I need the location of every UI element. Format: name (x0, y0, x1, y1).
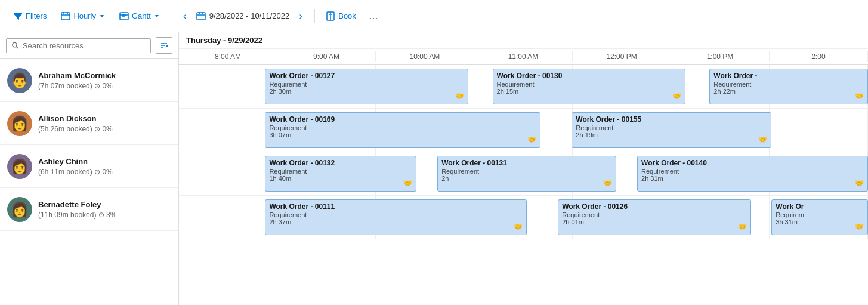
avatar: 👨 (7, 68, 32, 93)
resource-meta: (7h 07m booked) ⊙ 0% (38, 82, 171, 90)
wo-subtitle: Requirement (269, 211, 523, 218)
handshake-icon: 🤝 (455, 92, 464, 100)
wo-subtitle: Requirement (269, 124, 536, 131)
wo-title: Work Order - 00132 (269, 159, 412, 167)
time-slot-header: 8:00 AM (179, 51, 277, 62)
hourly-label: Hourly (73, 11, 96, 20)
wo-subtitle: Requirement (576, 124, 767, 131)
gantt-blocks-container: Work Order - 00127Requirement2h 30m🤝Work… (179, 65, 868, 108)
resource-item[interactable]: 👩Bernadette Foley(11h 09m booked) ⊙ 3% (0, 188, 178, 231)
work-order-block[interactable]: Work Order - 00132Requirement1h 40m🤝 (265, 156, 416, 192)
wo-duration: 2h 01m (562, 218, 746, 226)
work-order-block[interactable]: Work Order - 00155Requirement2h 19m🤝 (572, 112, 771, 148)
resource-info: Ashley Chinn(6h 11m booked) ⊙ 0% (38, 157, 171, 176)
work-order-block[interactable]: Work Order - 00111Requirement2h 37m🤝 (265, 199, 527, 235)
resource-info: Bernadette Foley(11h 09m booked) ⊙ 3% (38, 200, 171, 219)
time-slot-header: 11:00 AM (474, 51, 573, 62)
gantt-row: Work Order - 00169Requirement3h 07m🤝Work… (179, 109, 868, 152)
resource-list: 👨Abraham McCormick(7h 07m booked) ⊙ 0%👩A… (0, 59, 178, 305)
wo-subtitle: Requirement (269, 81, 464, 88)
gantt-grid: Work Order - 00132Requirement1h 40m🤝Work… (179, 152, 868, 195)
work-order-block[interactable]: Work Order - 00126Requirement2h 01m🤝 (558, 199, 750, 235)
gantt-area: Thursday - 9/29/2022 8:00 AM9:00 AM10:00… (179, 32, 868, 305)
time-slot-header: 10:00 AM (376, 51, 474, 62)
gantt-grid: Work Order - 00111Requirement2h 37m🤝Work… (179, 196, 868, 239)
work-order-block[interactable]: Work Order -Requirement2h 22m🤝 (709, 69, 868, 104)
resource-item[interactable]: 👩Allison Dickson(5h 26m booked) ⊙ 0% (0, 102, 178, 145)
grid-cell (770, 109, 868, 152)
gantt-grid: Work Order - 00169Requirement3h 07m🤝Work… (179, 109, 868, 152)
gantt-button[interactable]: Gantt (113, 8, 166, 24)
search-bar (0, 32, 178, 59)
avatar: 👩 (7, 154, 32, 179)
filter-icon (13, 11, 23, 21)
book-label: Book (338, 11, 356, 20)
gantt-date-title: Thursday - 9/29/2022 (179, 32, 868, 49)
filters-label: Filters (26, 11, 47, 20)
resource-name: Ashley Chinn (38, 157, 171, 166)
gantt-chevron-icon (154, 13, 160, 19)
grid-cell (179, 65, 277, 108)
work-order-block[interactable]: Work Order - 00140Requirement2h 31m🤝 (637, 156, 868, 192)
time-slot-header: 1:00 PM (671, 51, 770, 62)
search-input[interactable] (23, 41, 146, 50)
resource-info: Abraham McCormick(7h 07m booked) ⊙ 0% (38, 71, 171, 90)
gantt-grid: Work Order - 00127Requirement2h 30m🤝Work… (179, 65, 868, 108)
book-icon (326, 11, 335, 21)
handshake-icon: 🤝 (672, 92, 681, 100)
wo-subtitle: Requirem (776, 211, 864, 218)
svg-rect-0 (61, 13, 70, 20)
resource-item[interactable]: 👩Ashley Chinn(6h 11m booked) ⊙ 0% (0, 145, 178, 188)
work-order-block[interactable]: Work Order - 00130Requirement2h 15m🤝 (493, 69, 685, 104)
date-range-text: 9/28/2022 - 10/11/2022 (209, 11, 289, 20)
gantt-label: Gantt (132, 11, 151, 20)
prev-date-button[interactable]: ‹ (176, 7, 194, 25)
wo-subtitle: Requirement (713, 81, 864, 88)
grid-cell (179, 196, 277, 239)
resource-name: Allison Dickson (38, 114, 171, 123)
resource-meta: (6h 11m booked) ⊙ 0% (38, 168, 171, 176)
handshake-icon: 🤝 (527, 135, 536, 144)
wo-subtitle: Requirement (641, 168, 864, 175)
svg-line-17 (17, 47, 18, 48)
wo-subtitle: Requirement (441, 168, 612, 175)
wo-duration: 1h 40m (269, 175, 412, 182)
gantt-row: Work Order - 00127Requirement2h 30m🤝Work… (179, 65, 868, 109)
search-icon (11, 41, 19, 50)
book-button[interactable]: Book (320, 8, 362, 24)
handshake-icon: 🤝 (758, 135, 767, 144)
wo-title: Work Order - 00169 (269, 115, 536, 124)
hourly-button[interactable]: Hourly (55, 8, 111, 24)
wo-subtitle: Requirement (497, 81, 681, 88)
wo-title: Work Order - 00131 (441, 159, 612, 167)
sort-button[interactable] (156, 37, 172, 54)
gantt-header: Thursday - 9/29/2022 8:00 AM9:00 AM10:00… (179, 32, 868, 65)
hourly-chevron-icon (99, 13, 105, 19)
more-label: ... (369, 10, 378, 22)
wo-duration: 3h 07m (269, 131, 536, 138)
resource-item[interactable]: 👨Abraham McCormick(7h 07m booked) ⊙ 0% (0, 59, 178, 102)
gantt-blocks-container: Work Order - 00132Requirement1h 40m🤝Work… (179, 152, 868, 195)
wo-duration: 2h 37m (269, 218, 523, 226)
work-order-block[interactable]: Work Order - 00127Requirement2h 30m🤝 (265, 69, 468, 104)
work-order-block[interactable]: Work Order - 00131Requirement2h🤝 (437, 156, 616, 192)
wo-duration: 3h 31m (776, 218, 864, 226)
hourly-icon (61, 11, 70, 21)
time-slot-header: 2:00 (770, 51, 868, 62)
filters-button[interactable]: Filters (7, 8, 52, 24)
work-order-block[interactable]: Work Order - 00169Requirement3h 07m🤝 (265, 112, 540, 148)
svg-point-16 (13, 42, 17, 47)
svg-rect-8 (197, 13, 205, 20)
more-button[interactable]: ... (365, 7, 382, 25)
main-container: 👨Abraham McCormick(7h 07m booked) ⊙ 0%👩A… (0, 32, 868, 305)
wo-title: Work Or (776, 202, 864, 211)
toolbar-divider-1 (171, 9, 171, 23)
wo-duration: 2h 22m (713, 88, 864, 95)
wo-title: Work Order - 00111 (269, 202, 523, 211)
time-slot-header: 12:00 PM (573, 51, 671, 62)
next-date-button[interactable]: › (292, 7, 310, 25)
grid-cell (179, 152, 277, 195)
wo-subtitle: Requirement (562, 211, 746, 218)
work-order-block[interactable]: Work OrRequirem3h 31m🤝 (771, 199, 868, 235)
wo-duration: 2h 31m (641, 175, 864, 182)
